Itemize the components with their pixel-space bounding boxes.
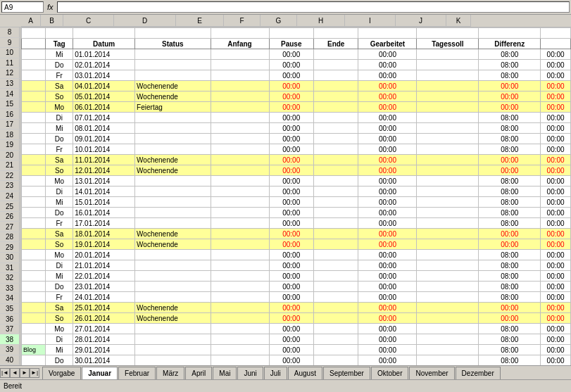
- cell-ende-10[interactable]: [313, 49, 358, 60]
- cell-diff1-11[interactable]: 08:00: [479, 60, 541, 70]
- col-header-h[interactable]: H: [297, 15, 345, 27]
- cell-datum-10[interactable]: 01.01.2014: [73, 49, 135, 60]
- tab-juni[interactable]: Juni: [237, 367, 263, 379]
- cell-ende-15[interactable]: [313, 102, 358, 113]
- col-header-k[interactable]: K: [446, 15, 471, 27]
- cell-anfang-10[interactable]: [211, 49, 269, 60]
- row-num-15[interactable]: 15: [0, 99, 20, 110]
- row-num-35[interactable]: 35: [0, 304, 20, 315]
- cell-datum-12[interactable]: 03.01.2014: [73, 70, 135, 81]
- cell-a13[interactable]: [22, 81, 46, 91]
- cell-differenz-header[interactable]: Differenz: [479, 39, 541, 49]
- tab-vorgabe[interactable]: Vorgabe: [42, 367, 81, 379]
- cell-i8[interactable]: [417, 28, 479, 39]
- cell-status-15[interactable]: Feiertag: [135, 102, 211, 113]
- cell-tag-11[interactable]: Do: [46, 60, 73, 70]
- cell-tagessoll-13[interactable]: [417, 81, 479, 91]
- row-num-30[interactable]: 30: [0, 253, 20, 263]
- tab-dezember[interactable]: Dezember: [456, 367, 501, 379]
- col-header-b[interactable]: B: [41, 15, 63, 27]
- cell-datum-15[interactable]: 06.01.2014: [73, 102, 135, 113]
- col-header-j[interactable]: J: [396, 15, 446, 27]
- cell-datum-header[interactable]: Datum: [73, 39, 135, 49]
- row-num-24[interactable]: 24: [0, 191, 20, 202]
- cell-gearbeitet-12[interactable]: 00:00: [358, 70, 417, 81]
- row-num-11[interactable]: 11: [0, 58, 20, 69]
- cell-k9[interactable]: [541, 39, 571, 49]
- cell-tag-10[interactable]: Mi: [46, 49, 73, 60]
- tab-next-button[interactable]: ►: [20, 368, 30, 378]
- cell-k8[interactable]: [541, 28, 571, 39]
- cell-ende-14[interactable]: [313, 91, 358, 102]
- name-box[interactable]: [1, 1, 44, 13]
- cell-ende-11[interactable]: [313, 60, 358, 70]
- cell-anfang-12[interactable]: [211, 70, 269, 81]
- cell-f8[interactable]: [269, 28, 313, 39]
- cell-ende-13[interactable]: [313, 81, 358, 91]
- cell-diff2-15[interactable]: 00:00: [541, 102, 571, 113]
- row-num-23[interactable]: 23: [0, 181, 20, 191]
- cell-datum-11[interactable]: 02.01.2014: [73, 60, 135, 70]
- cell-a15[interactable]: [22, 102, 46, 113]
- col-header-c[interactable]: C: [63, 15, 114, 27]
- tab-maerz[interactable]: März: [156, 367, 184, 379]
- row-num-13[interactable]: 13: [0, 79, 20, 89]
- cell-pause-10[interactable]: 00:00: [269, 49, 313, 60]
- cell-gearbeitet-10[interactable]: 00:00: [358, 49, 417, 60]
- cell-anfang-11[interactable]: [211, 60, 269, 70]
- row-num-39[interactable]: 39: [0, 345, 20, 355]
- cell-gearbeitet-13[interactable]: 00:00: [358, 81, 417, 91]
- row-num-28[interactable]: 28: [0, 232, 20, 243]
- row-num-14[interactable]: 14: [0, 89, 20, 99]
- blog-cell[interactable]: Blog: [22, 345, 46, 355]
- row-num-27[interactable]: 27: [0, 222, 20, 232]
- cell-tagessoll-14[interactable]: [417, 91, 479, 102]
- col-header-e[interactable]: E: [176, 15, 224, 27]
- cell-diff1-15[interactable]: 00:00: [479, 102, 541, 113]
- cell-tagessoll-15[interactable]: [417, 102, 479, 113]
- cell-diff2-14[interactable]: 00:00: [541, 91, 571, 102]
- cell-status-header[interactable]: Status: [135, 39, 211, 49]
- row-num-37[interactable]: 37: [0, 324, 20, 335]
- cell-differenz1-10[interactable]: 08:00: [479, 49, 541, 60]
- cell-a9[interactable]: [22, 39, 46, 49]
- cell-diff1-13[interactable]: 00:00: [479, 81, 541, 91]
- col-header-a[interactable]: A: [21, 15, 41, 27]
- cell-g8[interactable]: [313, 28, 358, 39]
- tab-mai[interactable]: Mai: [213, 367, 237, 379]
- cell-ende-12[interactable]: [313, 70, 358, 81]
- formula-input[interactable]: [57, 1, 570, 13]
- cell-pause-11[interactable]: 00:00: [269, 60, 313, 70]
- tab-last-button[interactable]: ►|: [30, 368, 39, 378]
- cell-anfang-header[interactable]: Anfang: [211, 39, 269, 49]
- tab-first-button[interactable]: |◄: [0, 368, 10, 378]
- row-num-18[interactable]: 18: [0, 129, 20, 140]
- tab-oktober[interactable]: Oktober: [371, 367, 409, 379]
- cell-gearbeitet-14[interactable]: 00:00: [358, 91, 417, 102]
- row-num-38[interactable]: 38: [0, 334, 20, 345]
- cell-anfang-13[interactable]: [211, 81, 269, 91]
- row-num-36[interactable]: 36: [0, 314, 20, 324]
- cell-a12[interactable]: [22, 70, 46, 81]
- cell-tagessoll-10[interactable]: [417, 49, 479, 60]
- cell-gearbeitet-15[interactable]: 00:00: [358, 102, 417, 113]
- cell-ende-header[interactable]: Ende: [313, 39, 358, 49]
- cell-tagessoll-header[interactable]: Tagessoll: [417, 39, 479, 49]
- tab-prev-button[interactable]: ◄: [10, 368, 20, 378]
- tab-november[interactable]: November: [409, 367, 454, 379]
- cell-pause-header[interactable]: Pause: [269, 39, 313, 49]
- cell-a8[interactable]: [22, 28, 46, 39]
- cell-datum-14[interactable]: 05.01.2014: [73, 91, 135, 102]
- cell-tag-15[interactable]: Mo: [46, 102, 73, 113]
- cell-a10[interactable]: [22, 49, 46, 60]
- cell-status-14[interactable]: Wochenende: [135, 91, 211, 102]
- cell-c8[interactable]: [73, 28, 135, 39]
- col-header-d[interactable]: D: [114, 15, 176, 27]
- row-num-25[interactable]: 25: [0, 201, 20, 212]
- row-num-29[interactable]: 29: [0, 242, 20, 253]
- cell-diff1-12[interactable]: 08:00: [479, 70, 541, 81]
- cell-a14[interactable]: [22, 91, 46, 102]
- tab-januar[interactable]: Januar: [82, 367, 118, 379]
- cell-diff1-14[interactable]: 00:00: [479, 91, 541, 102]
- cell-pause-12[interactable]: 00:00: [269, 70, 313, 81]
